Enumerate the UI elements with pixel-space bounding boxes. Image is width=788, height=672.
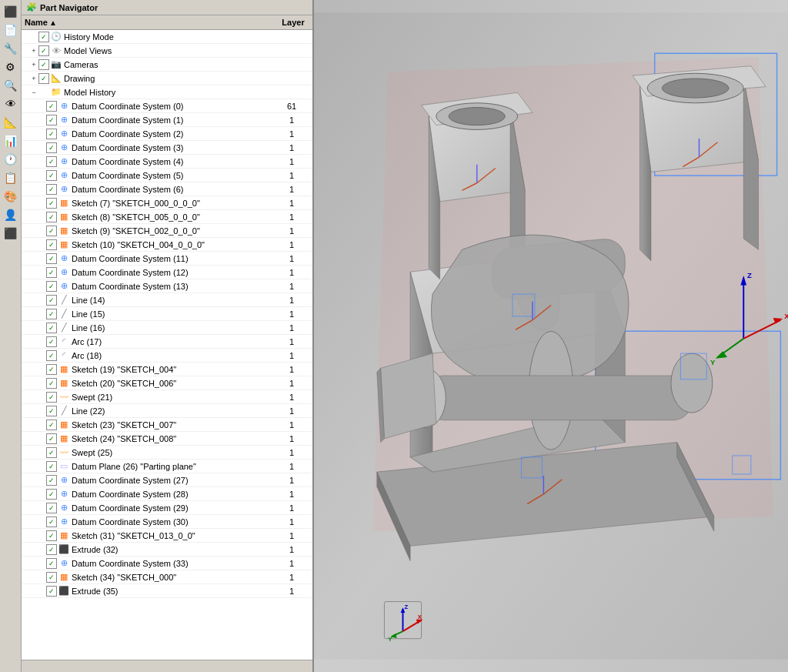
visibility-checkbox[interactable]: ✓ (38, 45, 49, 56)
tree-item[interactable]: ✓⊕Datum Coordinate System (28)1 (22, 487, 312, 501)
expand-icon[interactable]: − (29, 88, 38, 97)
expand-icon[interactable]: + (29, 74, 38, 83)
visibility-checkbox[interactable]: ✓ (46, 295, 57, 306)
tree-item[interactable]: ✓⊕Datum Coordinate System (1)1 (22, 113, 312, 127)
tree-item[interactable]: ✓🕒History Mode (22, 30, 312, 44)
visibility-checkbox[interactable]: ✓ (46, 281, 57, 292)
visibility-checkbox[interactable]: ✓ (46, 267, 57, 278)
visibility-checkbox[interactable]: ✓ (46, 517, 57, 527)
tree-item[interactable]: ✓⊕Datum Coordinate System (6)1 (22, 182, 312, 196)
bottom-scroll[interactable] (22, 660, 312, 672)
visibility-checkbox[interactable]: ✓ (46, 544, 57, 555)
tree-item[interactable]: ✓⊕Datum Coordinate System (2)1 (22, 127, 312, 141)
visibility-checkbox[interactable]: ✓ (38, 32, 49, 42)
visibility-checkbox[interactable]: ✓ (46, 253, 57, 264)
visibility-checkbox[interactable]: ✓ (46, 212, 57, 222)
visibility-checkbox[interactable]: ✓ (46, 558, 57, 569)
visibility-checkbox[interactable]: ✓ (46, 184, 57, 195)
visibility-checkbox[interactable]: ✓ (46, 447, 57, 458)
tree-item[interactable]: ✓⊕Datum Coordinate System (0)61 (22, 99, 312, 113)
toolbar-icon-2[interactable]: 📄 (2, 22, 19, 38)
tree-item[interactable]: ✓▦Sketch (7) "SKETCH_000_0_0_0"1 (22, 196, 312, 210)
tree-item[interactable]: ✓⊕Datum Coordinate System (13)1 (22, 279, 312, 293)
toolbar-icon-12[interactable]: 👤 (2, 206, 19, 223)
tree-item[interactable]: ✓〰Swept (21)1 (22, 390, 312, 404)
tree-item[interactable]: ✓⊕Datum Coordinate System (33)1 (22, 557, 312, 570)
toolbar-icon-11[interactable]: 🎨 (2, 188, 19, 205)
visibility-checkbox[interactable]: ✓ (46, 129, 57, 139)
tree-item[interactable]: ✓▦Sketch (31) "SKETCH_013_0_0"1 (22, 529, 312, 543)
visibility-checkbox[interactable]: ✓ (46, 420, 57, 430)
tree-item[interactable]: ✓⊕Datum Coordinate System (30)1 (22, 515, 312, 529)
visibility-checkbox[interactable]: ✓ (46, 378, 57, 389)
column-name[interactable]: Name ▲ (22, 17, 274, 28)
visibility-checkbox[interactable]: ✓ (46, 115, 57, 125)
tree-item[interactable]: ✓⊕Datum Coordinate System (12)1 (22, 266, 312, 279)
visibility-checkbox[interactable]: ✓ (46, 392, 57, 403)
visibility-checkbox[interactable]: ✓ (46, 309, 57, 319)
tree-item[interactable]: ✓〰Swept (25)1 (22, 446, 312, 460)
toolbar-icon-10[interactable]: 📋 (2, 169, 19, 186)
tree-area[interactable]: Name ▲ Layer ✓🕒History Mode+✓👁Model View… (22, 15, 312, 660)
visibility-checkbox[interactable]: ✓ (46, 323, 57, 333)
visibility-checkbox[interactable]: ✓ (46, 226, 57, 236)
visibility-checkbox[interactable]: ✓ (46, 364, 57, 375)
expand-icon[interactable]: + (29, 46, 38, 55)
toolbar-icon-3[interactable]: 🔧 (2, 40, 19, 57)
visibility-checkbox[interactable]: ✓ (46, 156, 57, 167)
toolbar-icon-7[interactable]: 📐 (2, 114, 19, 131)
visibility-checkbox[interactable]: ✓ (46, 503, 57, 513)
tree-item[interactable]: ✓⊕Datum Coordinate System (27)1 (22, 473, 312, 487)
visibility-checkbox[interactable]: ✓ (46, 350, 57, 361)
toolbar-icon-4[interactable]: ⚙ (2, 59, 19, 75)
visibility-checkbox[interactable]: ✓ (38, 59, 49, 70)
visibility-checkbox[interactable]: ✓ (46, 142, 57, 153)
visibility-checkbox[interactable]: ✓ (46, 489, 57, 500)
tree-item[interactable]: +✓📷Cameras (22, 58, 312, 72)
visibility-checkbox[interactable]: ✓ (46, 475, 57, 486)
toolbar-icon-9[interactable]: 🕐 (2, 151, 19, 168)
visibility-checkbox[interactable]: ✓ (46, 239, 57, 250)
tree-item[interactable]: ✓╱Line (15)1 (22, 307, 312, 321)
visibility-checkbox[interactable]: ✓ (38, 73, 49, 84)
visibility-checkbox[interactable]: ✓ (46, 406, 57, 416)
tree-item[interactable]: ✓╱Line (22)1 (22, 404, 312, 418)
visibility-checkbox[interactable]: ✓ (46, 336, 57, 347)
visibility-checkbox[interactable]: ✓ (46, 461, 57, 472)
tree-item[interactable]: ✓⬛Extrude (32)1 (22, 543, 312, 557)
tree-item[interactable]: ✓⊕Datum Coordinate System (5)1 (22, 169, 312, 182)
tree-item[interactable]: ✓▭Datum Plane (26) "Parting plane"1 (22, 460, 312, 473)
tree-item[interactable]: ✓⊕Datum Coordinate System (3)1 (22, 141, 312, 155)
visibility-checkbox[interactable]: ✓ (46, 530, 57, 541)
visibility-checkbox[interactable]: ✓ (46, 433, 57, 444)
tree-item[interactable]: ✓▦Sketch (9) "SKETCH_002_0_0_0"1 (22, 224, 312, 238)
tree-item[interactable]: ✓▦Sketch (10) "SKETCH_004_0_0_0"1 (22, 238, 312, 252)
toolbar-icon-6[interactable]: 👁 (2, 95, 19, 112)
viewport-3d[interactable]: Z X Y Z X Y (314, 0, 788, 672)
tree-item[interactable]: ✓⊕Datum Coordinate System (4)1 (22, 155, 312, 169)
toolbar-icon-13[interactable]: ⬛ (2, 225, 19, 242)
tree-item[interactable]: ✓╱Line (16)1 (22, 321, 312, 335)
expand-icon[interactable]: + (29, 60, 38, 69)
tree-item[interactable]: ✓⊕Datum Coordinate System (11)1 (22, 252, 312, 266)
visibility-checkbox[interactable]: ✓ (46, 101, 57, 112)
toolbar-icon-1[interactable]: ⬛ (2, 3, 19, 20)
tree-item[interactable]: ✓◜Arc (17)1 (22, 335, 312, 349)
tree-item[interactable]: ✓◜Arc (18)1 (22, 349, 312, 363)
visibility-checkbox[interactable]: ✓ (46, 170, 57, 181)
tree-item[interactable]: ✓▦Sketch (24) "SKETCH_008"1 (22, 432, 312, 446)
toolbar-icon-8[interactable]: 📊 (2, 132, 19, 149)
toolbar-icon-5[interactable]: 🔍 (2, 77, 19, 94)
visibility-checkbox[interactable]: ✓ (46, 586, 57, 597)
tree-item[interactable]: ✓⊕Datum Coordinate System (29)1 (22, 501, 312, 515)
visibility-checkbox[interactable]: ✓ (46, 198, 57, 209)
tree-item[interactable]: ✓▦Sketch (19) "SKETCH_004"1 (22, 363, 312, 376)
tree-item[interactable]: ✓▦Sketch (8) "SKETCH_005_0_0_0"1 (22, 210, 312, 224)
visibility-checkbox[interactable]: ✓ (46, 572, 57, 583)
column-layer[interactable]: Layer (274, 17, 312, 28)
tree-item[interactable]: ✓⬛Extrude (35)1 (22, 584, 312, 598)
tree-item[interactable]: −📁Model History (22, 85, 312, 99)
tree-item[interactable]: ✓▦Sketch (34) "SKETCH_000"1 (22, 570, 312, 584)
tree-item[interactable]: +✓👁Model Views (22, 44, 312, 58)
tree-item[interactable]: ✓▦Sketch (20) "SKETCH_006"1 (22, 376, 312, 390)
